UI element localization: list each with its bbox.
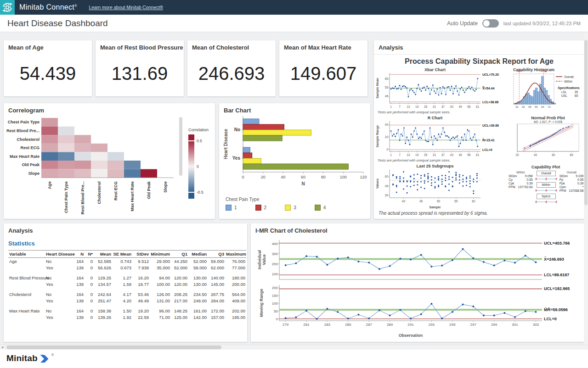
svg-text:40: 40 — [534, 153, 537, 156]
svg-text:287: 287 — [366, 323, 373, 327]
svg-text:Sample: Sample — [430, 206, 441, 209]
sixpack-report: Process Capability Sixpack Report for Ag… — [374, 54, 584, 218]
svg-text:13: 13 — [407, 105, 410, 108]
correlogram-heatmap: Chest Pain TypeRest Blood Pre...Choleste… — [5, 115, 184, 217]
kpi-card: Mean of Age 54.439 — [4, 40, 92, 96]
svg-text:283: 283 — [324, 323, 331, 327]
panel-title: Correlogram — [8, 107, 44, 114]
bar-chart-legend: Chest Pain Type1234 — [226, 197, 326, 211]
svg-text:32: 32 — [515, 106, 519, 108]
xbar-note: Tests are performed with unequal sample … — [378, 110, 451, 114]
table-row: CholesterolNo1640242.644.1753.46126.0020… — [8, 291, 246, 297]
page-title: Heart Disease Dashboard — [7, 18, 108, 28]
svg-text:Rest Blood Pre...: Rest Blood Pre... — [80, 181, 85, 214]
table-row: Yes1390251.474.2049.49131.00217.00249.00… — [8, 297, 246, 304]
auto-update-label: Auto Update — [447, 20, 478, 27]
legend-item: 4 — [315, 205, 326, 211]
horizontal-scrollbar-thumb[interactable] — [6, 346, 221, 349]
svg-text:65: 65 — [385, 77, 389, 80]
svg-text:289: 289 — [387, 323, 393, 327]
panel-title: Analysis — [8, 227, 33, 234]
legend-title: Chest Pain Type — [226, 197, 326, 202]
svg-text:400: 400 — [272, 242, 278, 246]
svg-text:301: 301 — [512, 323, 518, 327]
table-row: Yes1390139.261.9222.5971.00125.00142.001… — [8, 314, 246, 320]
svg-text:Heart Disease: Heart Disease — [223, 128, 228, 159]
svg-text:Sample Range: Sample Range — [376, 125, 379, 147]
vertical-scrollbar-thumb[interactable] — [584, 40, 588, 205]
svg-text:0: 0 — [276, 317, 278, 321]
svg-text:49: 49 — [458, 153, 462, 156]
kpi-title: Mean of Age — [8, 44, 44, 51]
svg-text:40: 40 — [402, 200, 406, 203]
kpi-title: Mean of Cholesterol — [192, 44, 249, 51]
panel-title: Analysis — [379, 44, 403, 51]
minitab-connect-logo-icon[interactable] — [0, 0, 15, 15]
svg-text:Cholesterol: Cholesterol — [97, 181, 102, 204]
capability-intervals: OverallWithinSpecs — [533, 171, 559, 205]
r-chart-note: Tests are performed with unequal sample … — [378, 158, 451, 162]
svg-text:0.5: 0.5 — [197, 139, 202, 143]
svg-text:1: 1 — [390, 153, 392, 156]
top-navbar: Minitab Connect® Learn more about Minita… — [0, 0, 588, 15]
svg-text:UCL=403.766: UCL=403.766 — [544, 241, 570, 245]
svg-text:X̿=54.44: X̿=54.44 — [482, 86, 494, 90]
svg-text:300: 300 — [272, 252, 278, 256]
svg-text:100: 100 — [340, 175, 347, 179]
svg-text:LCL=89.6197: LCL=89.6197 — [544, 273, 569, 277]
svg-text:Individual: Individual — [257, 250, 262, 269]
kpi-title: Mean of Max Heart Rate — [284, 44, 351, 51]
svg-text:295: 295 — [449, 323, 456, 327]
svg-text:297: 297 — [470, 323, 477, 327]
svg-text:0: 0 — [386, 148, 388, 151]
svg-text:45: 45 — [419, 200, 423, 203]
table-row: Yes1390134.571.5918.77100.00120.00130.00… — [8, 281, 246, 287]
svg-text:20: 20 — [261, 175, 266, 179]
vertical-scrollbar[interactable] — [584, 33, 588, 345]
svg-text:R Chart: R Chart — [428, 116, 443, 120]
svg-text:35: 35 — [575, 90, 578, 94]
imr-chart-panel: I-MR Chart of Cholesterol 100200300400In… — [251, 223, 584, 342]
overall-stats: OverallStDev9.039Pp0.55Ppk0.39Cpm*PPM137… — [559, 171, 584, 205]
kpi-value: 131.69 — [96, 63, 184, 84]
svg-text:0: 0 — [197, 164, 199, 169]
svg-text:Within: Within — [564, 80, 572, 83]
r-chart: R Chart0204017131925313743495561Sample R… — [376, 116, 509, 158]
correlogram-scrollbar[interactable] — [179, 117, 182, 176]
minitab-footer-logo[interactable]: Minitab ® — [6, 353, 54, 363]
svg-text:150: 150 — [272, 294, 278, 298]
svg-text:49: 49 — [458, 105, 462, 108]
svg-text:Last 25 Subgroups: Last 25 Subgroups — [416, 164, 453, 168]
footer-registered-mark: ® — [51, 353, 54, 357]
svg-text:31: 31 — [433, 153, 436, 156]
svg-text:Max Heart Rate: Max Heart Rate — [10, 154, 40, 159]
svg-text:43: 43 — [450, 105, 454, 108]
svg-text:Age: Age — [47, 181, 52, 189]
kpi-title: Mean of Rest Blood Pressure — [100, 44, 183, 51]
report-title: Process Capability Sixpack Report for Ag… — [374, 57, 584, 66]
svg-text:13: 13 — [407, 153, 410, 156]
kpi-card: Mean of Rest Blood Pressure 131.69 — [96, 40, 184, 96]
svg-text:Old Peak: Old Peak — [147, 181, 151, 199]
svg-text:UCL=192.965: UCL=192.965 — [544, 286, 570, 291]
capability-histogram: Capability HistogramLSLUSL324048566472Ov… — [510, 67, 582, 110]
svg-text:Sample Mean: Sample Mean — [376, 78, 379, 99]
footer-brand-name: Minitab — [6, 353, 38, 363]
kpi-card: Mean of Max Heart Rate 149.607 — [279, 40, 368, 96]
svg-text:N: N — [301, 181, 305, 186]
table-row: AgeNo164052.5850.7439.51229.00044.25052.… — [8, 258, 246, 265]
svg-text:M̄R̄=59.0596: M̄R̄=59.0596 — [544, 307, 568, 312]
svg-text:60: 60 — [301, 175, 305, 179]
learn-more-link[interactable]: Learn more about Minitab Connect® — [89, 5, 163, 10]
svg-text:37: 37 — [441, 153, 445, 156]
svg-text:303: 303 — [533, 323, 539, 327]
svg-text:USL: USL — [541, 69, 547, 72]
scroll-left-arrow-icon[interactable]: ◂ — [1, 345, 3, 350]
svg-text:LSL: LSL — [561, 90, 567, 94]
svg-text:USL: USL — [561, 94, 567, 97]
minitab-chevron-icon — [40, 354, 51, 363]
svg-text:Value: Value — [262, 254, 266, 265]
horizontal-scrollbar[interactable]: ◂ — [0, 345, 588, 350]
svg-text:Specifications: Specifications — [558, 86, 580, 90]
auto-update-toggle[interactable] — [482, 19, 499, 28]
